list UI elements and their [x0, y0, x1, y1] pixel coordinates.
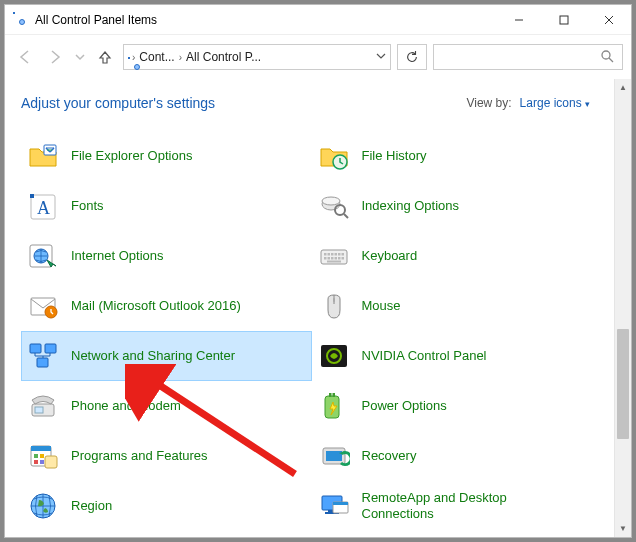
forward-button[interactable]: [43, 45, 67, 69]
svg-text:A: A: [37, 198, 50, 218]
file-history-icon: [318, 140, 350, 172]
keyboard-icon: [318, 240, 350, 272]
network-icon: [27, 340, 59, 372]
phone-icon: [27, 390, 59, 422]
scroll-up-button[interactable]: ▲: [615, 79, 631, 96]
item-label: File History: [362, 148, 427, 164]
control-panel-item[interactable]: RemoteApp and Desktop Connections: [312, 481, 603, 531]
svg-rect-41: [35, 407, 43, 413]
fonts-icon: A: [27, 190, 59, 222]
view-by-value: Large icons ▾: [520, 96, 590, 110]
svg-point-12: [322, 197, 340, 205]
item-label: Internet Options: [71, 248, 164, 264]
svg-rect-35: [30, 344, 41, 353]
svg-rect-50: [40, 460, 44, 464]
svg-rect-19: [327, 253, 330, 256]
svg-rect-28: [338, 257, 341, 260]
refresh-button[interactable]: [397, 44, 427, 70]
control-panel-item[interactable]: Power Options: [312, 381, 603, 431]
content-area: Adjust your computer's settings View by:…: [5, 79, 631, 537]
main-panel: Adjust your computer's settings View by:…: [5, 79, 614, 537]
item-label: NVIDIA Control Panel: [362, 348, 487, 364]
vertical-scrollbar[interactable]: ▲ ▼: [614, 79, 631, 537]
scrollbar-thumb[interactable]: [617, 329, 629, 439]
control-panel-item[interactable]: Mouse: [312, 281, 603, 331]
svg-point-4: [602, 51, 610, 59]
item-label: File Explorer Options: [71, 148, 192, 164]
programs-icon: [27, 440, 59, 472]
indexing-icon: [318, 190, 350, 222]
svg-rect-25: [327, 257, 330, 260]
svg-rect-26: [331, 257, 334, 260]
svg-rect-18: [324, 253, 327, 256]
power-icon: [318, 390, 350, 422]
window-controls: [496, 5, 631, 34]
breadcrumb-all-items[interactable]: All Control P...: [186, 50, 261, 64]
chevron-right-icon[interactable]: ›: [179, 52, 182, 63]
svg-rect-24: [324, 257, 327, 260]
control-panel-item[interactable]: Region: [21, 481, 312, 531]
control-panel-item[interactable]: Phone and Modem: [21, 381, 312, 431]
remoteapp-icon: [318, 490, 350, 522]
item-label: Phone and Modem: [71, 398, 181, 414]
svg-rect-30: [327, 261, 341, 263]
control-panel-window: All Control Panel Items: [4, 4, 632, 538]
recent-locations-button[interactable]: [73, 45, 87, 69]
control-panel-item[interactable]: NVIDIA Control Panel: [312, 331, 603, 381]
control-panel-item[interactable]: Mail (Microsoft Outlook 2016): [21, 281, 312, 331]
item-label: Recovery: [362, 448, 417, 464]
search-box[interactable]: [433, 44, 623, 70]
svg-rect-27: [334, 257, 337, 260]
svg-rect-22: [338, 253, 341, 256]
control-panel-item[interactable]: Keyboard: [312, 231, 603, 281]
control-panel-item[interactable]: Internet Options: [21, 231, 312, 281]
scroll-down-button[interactable]: ▼: [615, 520, 631, 537]
item-label: Indexing Options: [362, 198, 460, 214]
svg-rect-34: [333, 298, 335, 302]
region-icon: [27, 490, 59, 522]
recovery-icon: [318, 440, 350, 472]
control-panel-item[interactable]: Programs and Features: [21, 431, 312, 481]
mouse-icon: [318, 290, 350, 322]
svg-rect-1: [560, 16, 568, 24]
control-panel-item[interactable]: Indexing Options: [312, 181, 603, 231]
item-label: Keyboard: [362, 248, 418, 264]
svg-rect-48: [40, 454, 44, 458]
control-panel-item[interactable]: Recovery: [312, 431, 603, 481]
svg-line-14: [344, 214, 348, 218]
mail-icon: [27, 290, 59, 322]
address-bar[interactable]: › Cont... › All Control P...: [123, 44, 391, 70]
svg-rect-36: [45, 344, 56, 353]
close-button[interactable]: [586, 5, 631, 34]
svg-rect-47: [34, 454, 38, 458]
svg-rect-10: [30, 194, 34, 198]
nvidia-icon: [318, 340, 350, 372]
control-panel-item[interactable]: Network and Sharing Center: [21, 331, 312, 381]
item-label: Power Options: [362, 398, 447, 414]
svg-rect-46: [31, 446, 51, 451]
navigation-toolbar: › Cont... › All Control P...: [5, 35, 631, 79]
breadcrumb-control-panel[interactable]: Cont...: [139, 50, 174, 64]
svg-rect-21: [334, 253, 337, 256]
item-label: Mouse: [362, 298, 401, 314]
maximize-button[interactable]: [541, 5, 586, 34]
view-by-selector[interactable]: View by: Large icons ▾: [466, 96, 590, 110]
svg-rect-51: [45, 456, 57, 468]
svg-rect-20: [331, 253, 334, 256]
up-button[interactable]: [93, 45, 117, 69]
minimize-button[interactable]: [496, 5, 541, 34]
item-label: Programs and Features: [71, 448, 208, 464]
page-heading: Adjust your computer's settings: [21, 95, 215, 111]
chevron-down-icon[interactable]: [376, 50, 386, 64]
svg-rect-43: [329, 393, 332, 397]
items-grid: File Explorer OptionsFile HistoryAFontsI…: [21, 131, 614, 531]
control-panel-item[interactable]: File Explorer Options: [21, 131, 312, 181]
control-panel-item[interactable]: File History: [312, 131, 603, 181]
back-button[interactable]: [13, 45, 37, 69]
svg-line-5: [609, 58, 613, 62]
svg-rect-44: [332, 393, 335, 397]
control-panel-item[interactable]: AFonts: [21, 181, 312, 231]
chevron-right-icon[interactable]: ›: [132, 52, 135, 63]
svg-rect-37: [37, 358, 48, 367]
titlebar: All Control Panel Items: [5, 5, 631, 35]
